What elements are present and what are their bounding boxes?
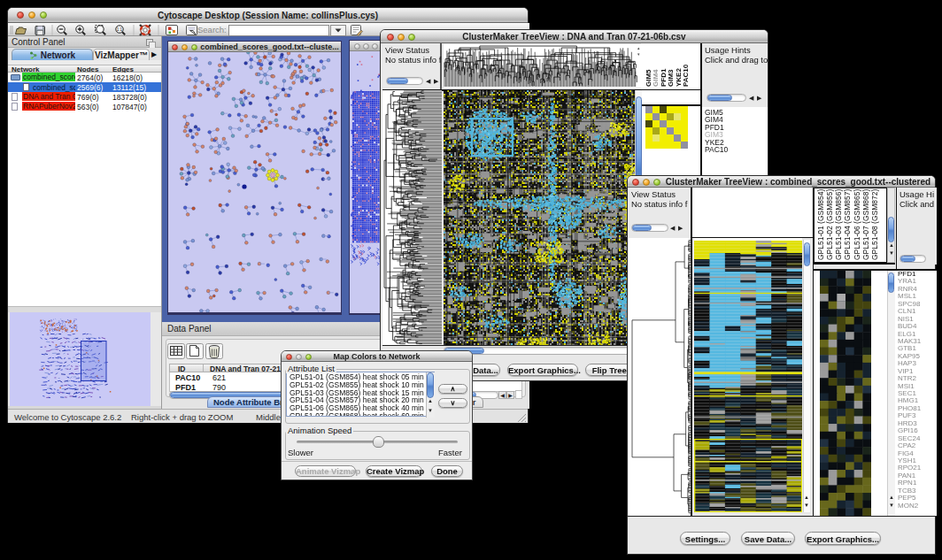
svg-text:Search:: Search:	[197, 25, 227, 35]
svg-text:1:1: 1:1	[117, 27, 123, 32]
